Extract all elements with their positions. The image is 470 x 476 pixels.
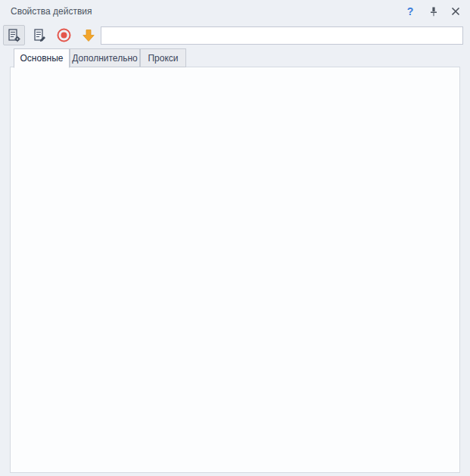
help-icon: ? xyxy=(407,5,414,17)
doc-pencil-icon xyxy=(33,28,48,43)
close-icon xyxy=(450,6,461,17)
toolbar-input[interactable] xyxy=(101,26,463,45)
titlebar: Свойства действия ? xyxy=(0,0,470,23)
tab-advanced-label: Дополнительно xyxy=(72,53,137,64)
action-edit-button[interactable] xyxy=(29,25,51,45)
action-settings-button[interactable] xyxy=(3,25,25,45)
dialog-title: Свойства действия xyxy=(11,0,92,23)
download-arrow-button[interactable] xyxy=(77,25,99,45)
doc-gear-icon xyxy=(7,28,22,43)
pin-button[interactable] xyxy=(426,4,441,19)
tab-proxy-label: Прокси xyxy=(148,53,178,64)
close-button[interactable] xyxy=(448,4,463,19)
tab-main-label: Основные xyxy=(20,53,64,64)
toolbar xyxy=(0,23,470,48)
action-properties-dialog: Свойства действия ? xyxy=(0,0,470,476)
tab-advanced[interactable]: Дополнительно xyxy=(70,48,140,67)
record-icon xyxy=(56,27,72,43)
tab-page-main xyxy=(10,67,460,473)
record-button[interactable] xyxy=(53,25,75,45)
help-button[interactable]: ? xyxy=(403,4,418,19)
down-arrow-icon xyxy=(81,28,96,43)
tab-main[interactable]: Основные xyxy=(14,48,70,68)
pin-icon xyxy=(428,5,440,17)
tab-proxy[interactable]: Прокси xyxy=(140,48,186,67)
